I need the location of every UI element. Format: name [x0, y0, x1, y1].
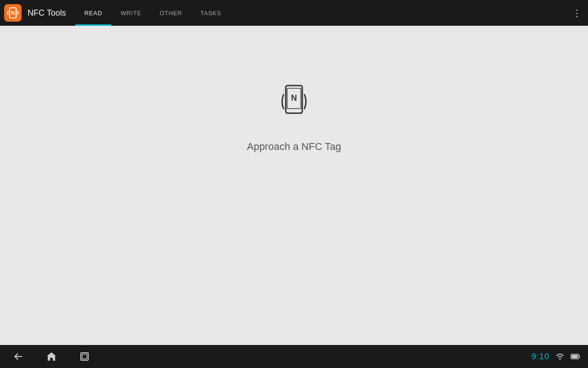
tab-other[interactable]: OTHER [151, 0, 192, 26]
bottom-nav-left [0, 347, 94, 366]
home-button[interactable] [42, 347, 61, 366]
app-icon: N [4, 4, 22, 22]
wifi-svg [555, 352, 565, 361]
app-icon-svg: N [5, 5, 21, 21]
battery-icon [571, 353, 581, 360]
svg-text:N: N [11, 10, 15, 16]
recents-icon [79, 351, 90, 362]
approach-text: Approach a NFC Tag [247, 141, 341, 153]
overflow-menu-button[interactable]: ⋮ [566, 0, 588, 26]
main-content: N Approach a NFC Tag [0, 26, 588, 345]
bottom-nav-right: 9:10 [531, 352, 588, 362]
tab-tasks[interactable]: TASKS [191, 0, 230, 26]
top-bar: N NFC Tools READ WRITE OTHER TASKS ⋮ [0, 0, 588, 26]
back-button[interactable] [9, 347, 28, 366]
wifi-icon [555, 352, 565, 361]
svg-text:N: N [291, 93, 297, 103]
svg-point-8 [560, 359, 561, 360]
back-icon [13, 351, 24, 362]
nfc-phone-svg: N [273, 81, 315, 122]
nfc-icon-container: N Approach a NFC Tag [247, 81, 341, 153]
battery-svg [571, 353, 581, 360]
app-title: NFC Tools [28, 8, 66, 18]
nav-tabs: READ WRITE OTHER TASKS [75, 0, 231, 26]
svg-rect-10 [572, 355, 578, 358]
tab-write[interactable]: WRITE [111, 0, 150, 26]
tab-read[interactable]: READ [75, 0, 112, 26]
bottom-bar: 9:10 [0, 345, 588, 368]
svg-rect-7 [82, 354, 87, 359]
nfc-phone-icon: N [273, 81, 315, 122]
status-time: 9:10 [531, 352, 549, 362]
recents-button[interactable] [75, 347, 94, 366]
home-icon [46, 351, 57, 362]
app-icon-wrapper: N [0, 0, 26, 26]
overflow-menu-icon: ⋮ [572, 8, 582, 17]
